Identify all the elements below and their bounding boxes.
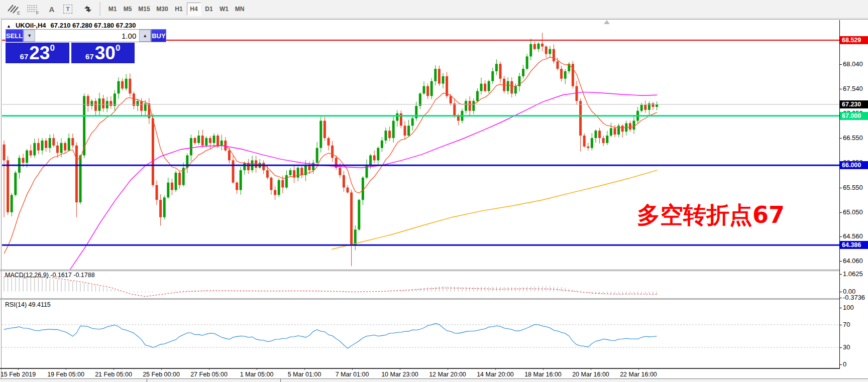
candle-body [656,104,658,107]
text-label-icon: A [49,5,55,14]
rsi-indicator-canvas[interactable] [2,300,839,368]
candle-body [243,163,246,170]
candle-body [392,121,395,138]
timeframe-button-m1[interactable]: M1 [105,3,120,16]
candle-body [190,138,192,155]
candle-body [167,183,169,198]
svg-text:E: E [17,11,20,15]
candle-body [228,151,231,161]
date-axis-tick [543,368,544,370]
timeframe-button-m15[interactable]: M15 [136,3,153,16]
rsi-axis-tick [839,308,842,308]
price-axis-tick-label: 68.040 [843,60,863,68]
chart-text-annotation: 多空转折点67 [637,200,785,231]
rsi-axis-tick [839,347,842,348]
price-axis-tick-label: 66.550 [843,134,863,142]
candle-body [629,123,631,130]
price-level-badge: 67.230 [840,100,868,108]
price-axis-tick [839,64,842,65]
timeframe-button-h4[interactable]: H4 [187,3,201,16]
rsi-axis-label: 30 [843,343,850,351]
timeframe-button-w1[interactable]: W1 [217,3,231,16]
date-axis-label: 10 Mar 23:00 [381,371,418,378]
volume-increase-button[interactable]: ▲ [139,30,151,42]
candle-body [423,86,425,94]
ma-fast-line [4,57,657,253]
candle-body [14,173,17,195]
buy-price-display[interactable]: 67 30 0 [71,43,135,63]
candle-body [197,136,200,143]
candle-body [476,91,479,101]
tab-divider [147,379,147,382]
date-axis-tick [209,368,209,370]
candle-body [175,173,177,190]
macd-axis-label: 1.0625 [843,270,863,278]
volume-input[interactable] [35,30,139,42]
candle-body [354,229,357,244]
collapse-triangle-icon[interactable]: ▲ [7,24,11,29]
macd-axis-tick [839,292,842,292]
grid-tool-button[interactable]: F [24,2,41,16]
arrow-objects-tool-button[interactable]: ▼ [78,2,97,16]
candle-body [583,136,586,147]
candle-body [553,49,555,62]
candle-body [83,96,85,155]
timeframe-button-m5[interactable]: M5 [121,3,135,16]
candle-body [545,47,548,54]
sell-price-display[interactable]: 67 23 0 [6,43,69,63]
draw-crayon-tool-button[interactable]: E [5,2,22,16]
candle-body [442,76,445,84]
candle-body [587,147,589,148]
buy-button[interactable]: BUY [151,29,166,42]
date-axis-tick [66,368,66,370]
volume-spinner: ▼ ▲ [23,29,151,42]
text-box-icon: T [63,5,72,14]
candle-body [381,141,383,148]
candle-body [11,195,13,212]
date-axis-label: 14 Mar 20:00 [477,371,514,378]
candle-body [64,143,66,151]
text-box-tool-button[interactable]: T [61,2,74,16]
date-axis-label: 20 Mar 16:00 [572,371,609,378]
candle-body [319,121,322,148]
sell-price-superscript: 0 [50,44,54,52]
candle-body [205,138,207,146]
macd-panel-divider[interactable] [0,270,868,271]
price-level-badge: 67.000 [840,112,868,120]
candle-body [560,69,563,79]
timeframe-button-mn[interactable]: MN [232,3,247,16]
date-axis-tick [495,368,496,370]
date-axis-tick [638,368,639,370]
candle-body [411,118,414,126]
candle-body [369,156,372,166]
candle-body [224,141,227,151]
date-axis-tick [591,368,591,370]
candle-body [621,125,624,132]
date-axis-tick [257,368,257,370]
volume-decrease-button[interactable]: ▼ [24,30,35,42]
candle-body [576,86,578,101]
candle-body [480,84,483,91]
chart-tab-strip[interactable] [0,378,868,382]
candle-body [52,138,55,146]
macd-label: MACD(12,26,9) -0.1617 -0.1788 [5,272,95,279]
candle-body [388,131,391,138]
text-label-tool-button[interactable]: A [45,2,58,16]
candle-body [557,61,559,69]
candle-body [137,101,139,106]
macd-indicator-canvas[interactable] [2,271,839,298]
candle-body [541,44,544,47]
sell-button[interactable]: SELL [6,29,23,42]
rsi-panel-divider[interactable] [0,298,868,300]
candle-body [274,190,276,195]
timeframe-button-m30[interactable]: M30 [154,3,171,16]
candle-body [110,101,112,106]
candle-body [522,69,524,76]
timeframe-button-d1[interactable]: D1 [202,3,216,16]
candle-body [45,141,47,148]
candle-body [606,136,608,143]
candle-body [236,183,238,190]
candle-body [514,86,517,94]
timeframe-button-h1[interactable]: H1 [172,3,186,16]
candle-body [171,183,173,190]
